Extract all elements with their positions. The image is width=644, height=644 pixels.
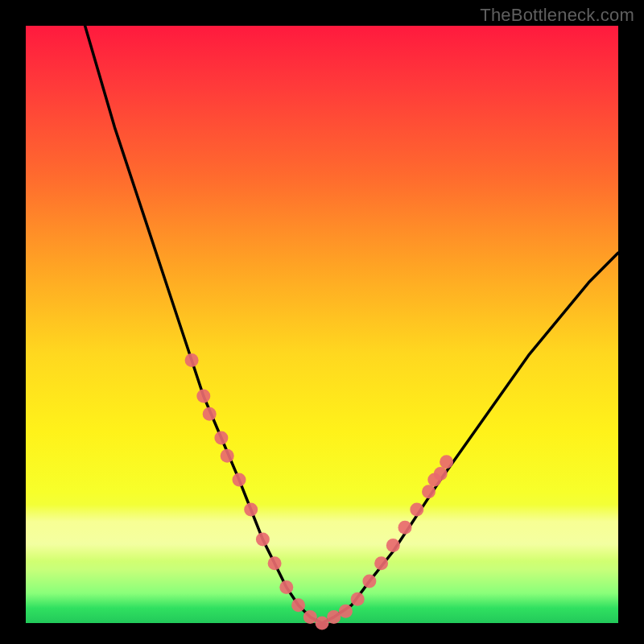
data-marker [221,449,234,463]
curve-layer [26,26,618,623]
data-marker [427,473,441,486]
data-marker [303,610,317,624]
data-marker [339,605,353,618]
data-marker [185,353,199,367]
data-marker [434,467,448,481]
highlight-band [26,505,618,561]
data-marker [203,407,217,421]
data-marker [422,485,436,498]
data-marker [398,521,412,535]
data-marker [268,556,282,570]
data-marker [351,592,365,606]
data-marker [440,455,453,469]
data-marker [410,503,423,517]
data-marker [291,598,305,612]
data-marker [374,556,388,570]
data-marker [386,539,400,552]
data-marker [279,580,293,594]
chart-frame: TheBottleneck.com [0,0,644,644]
watermark-text: TheBottleneck.com [480,5,634,26]
data-marker [233,473,246,486]
data-marker [256,533,270,547]
data-marker [316,617,329,630]
plot-area [26,26,618,623]
data-marker [214,431,228,445]
data-marker [244,503,258,517]
bottleneck-curve [85,26,618,623]
data-marker [196,390,210,403]
data-marker [327,610,341,624]
data-marker [362,575,376,588]
